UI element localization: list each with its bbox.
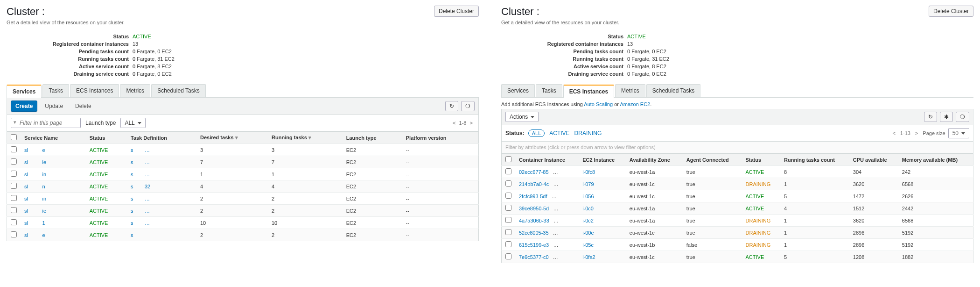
status-filter-active[interactable]: ACTIVE [549,130,569,136]
container-instance-link[interactable]: 615c5199-e3 [519,242,549,248]
table-row[interactable]: sl inACTIVEs …11EC2-- [7,168,479,180]
row-checkbox[interactable] [505,193,511,199]
col-header[interactable]: Service Name [21,132,86,144]
row-checkbox[interactable] [505,168,511,174]
tab-tasks[interactable]: Tasks [536,84,562,97]
ec2-instance-link[interactable]: i-05c [582,242,594,248]
tab-tasks[interactable]: Tasks [42,84,69,97]
col-header[interactable]: Availability Zone [626,154,683,166]
page-next-icon[interactable]: > [468,120,475,126]
settings-icon[interactable]: ✱ [940,112,953,122]
table-row[interactable]: 52cc8005-35 … i-00eeu-west-1ctrueDRAININ… [502,227,973,239]
row-checkbox[interactable] [505,253,511,259]
container-instance-link[interactable]: 39ce8950-5d [519,206,549,211]
col-header[interactable]: Container Instance [515,154,579,166]
service-name-link[interactable]: sl [24,159,28,165]
row-checkbox[interactable] [11,207,17,213]
container-instance-link[interactable]: 52cc8005-35 [519,230,549,236]
ec2-instance-link[interactable]: i-00e [582,230,594,236]
row-checkbox[interactable] [505,205,511,211]
ec2-instance-link[interactable]: i-079 [582,181,594,187]
col-header[interactable]: Memory available (MB) [898,154,973,166]
task-def-link[interactable]: s [131,232,133,238]
service-name-link[interactable]: sl [24,208,28,214]
service-name-link[interactable]: sl [24,184,28,189]
row-checkbox[interactable] [505,241,511,247]
table-row[interactable]: sl ieACTIVEs …22EC2-- [7,205,479,217]
update-button[interactable]: Update [40,100,68,112]
row-checkbox[interactable] [11,231,17,237]
select-all-checkbox[interactable] [505,156,511,162]
task-def-link[interactable]: s [131,147,133,153]
ec2-instance-link[interactable]: i-0fa2 [582,254,595,260]
row-checkbox[interactable] [505,229,511,235]
row-checkbox[interactable] [11,219,17,225]
table-row[interactable]: 39ce8950-5d … i-0c0eu-west-1atrueACTIVE4… [502,202,973,215]
actions-dropdown[interactable]: Actions [505,112,539,122]
service-name-link[interactable]: sl [24,172,28,177]
col-header[interactable] [7,132,21,144]
col-header[interactable]: Task Definition [127,132,196,144]
page-next-icon[interactable]: > [913,130,920,136]
page-prev-icon[interactable]: < [890,130,897,136]
task-def-link[interactable]: s [131,172,133,177]
task-def-link[interactable]: s [131,159,133,165]
select-all-checkbox[interactable] [11,134,17,140]
delete-cluster-button[interactable]: Delete Cluster [434,6,479,17]
row-checkbox[interactable] [11,146,17,152]
auto-scaling-link[interactable]: Auto Scaling [584,101,613,107]
col-header[interactable]: Launch type [343,132,402,144]
container-instance-link[interactable]: 2fcfc993-5df [519,194,547,199]
help-icon[interactable]: ❍ [956,112,969,122]
col-header[interactable]: Status [742,154,781,166]
tab-ecs-instances[interactable]: ECS Instances [70,84,119,97]
col-header[interactable] [502,154,516,166]
row-checkbox[interactable] [11,195,17,201]
refresh-icon[interactable]: ↻ [445,101,458,111]
container-instance-link[interactable]: 4a7a306b-33 [519,218,549,223]
ec2-instance-link[interactable]: i-0c0 [582,206,594,211]
delete-cluster-button[interactable]: Delete Cluster [929,6,973,17]
task-def-link[interactable]: s [131,196,133,201]
col-header[interactable]: Running tasks ▾ [268,132,343,144]
tab-services[interactable]: Services [7,85,42,98]
container-instance-link[interactable]: 214bb7a0-4c [519,181,549,187]
col-header[interactable]: Running tasks count [780,154,849,166]
ec2-instance-link[interactable]: i-0c2 [582,218,594,223]
launch-type-select[interactable]: ALL [120,118,145,128]
tab-scheduled-tasks[interactable]: Scheduled Tasks [646,84,701,97]
service-name-link[interactable]: sl [24,232,28,238]
tab-services[interactable]: Services [501,84,535,97]
service-name-link[interactable]: sl [24,196,28,201]
ec2-instance-link[interactable]: i-056 [582,194,594,199]
table-row[interactable]: 2fcfc993-5df … i-056eu-west-1ctrueACTIVE… [502,190,973,202]
help-icon[interactable]: ❍ [461,101,475,111]
task-def-link[interactable]: s [131,208,133,214]
refresh-icon[interactable]: ↻ [924,112,937,122]
attribute-filter-input[interactable]: Filter by attributes (click or press dow… [501,142,973,153]
tab-ecs-instances[interactable]: ECS Instances [563,85,614,98]
col-header[interactable]: Desired tasks ▾ [196,132,268,144]
service-name-link[interactable]: sl [24,220,28,226]
col-header[interactable]: Status [86,132,127,144]
table-row[interactable]: sl eACTIVEs …33EC2-- [7,144,479,156]
tab-scheduled-tasks[interactable]: Scheduled Tasks [151,84,206,97]
table-row[interactable]: 615c5199-e3 … i-05ceu-west-1bfalseDRAINI… [502,239,973,251]
amazon-ec2-link[interactable]: Amazon EC2 [620,101,650,107]
row-checkbox[interactable] [11,158,17,165]
filter-input[interactable] [11,118,81,128]
table-row[interactable]: 02ecc677-85 … i-0fc8eu-west-1atrueACTIVE… [502,166,973,178]
container-instance-link[interactable]: 02ecc677-85 [519,169,549,175]
row-checkbox[interactable] [505,217,511,223]
table-row[interactable]: sl nACTIVEs 3244EC2-- [7,180,479,193]
container-instance-link[interactable]: 7e9c5377-c0 [519,254,549,260]
row-checkbox[interactable] [505,180,511,187]
table-row[interactable]: 7e9c5377-c0 … i-0fa2eu-west-1ctrueACTIVE… [502,251,973,263]
tab-metrics[interactable]: Metrics [120,84,150,97]
page-prev-icon[interactable]: < [451,120,457,126]
table-row[interactable]: 214bb7a0-4c … i-079eu-west-1ctrueDRAININ… [502,178,973,190]
ec2-instance-link[interactable]: i-0fc8 [582,169,595,175]
tab-metrics[interactable]: Metrics [615,84,645,97]
status-filter-draining[interactable]: DRAINING [574,130,602,136]
create-button[interactable]: Create [11,100,37,112]
